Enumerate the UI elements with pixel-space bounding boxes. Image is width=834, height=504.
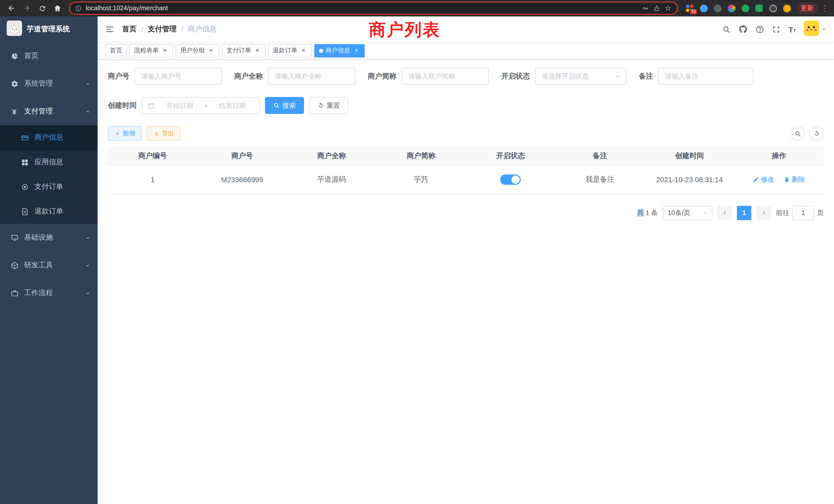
goto-page-input[interactable] (792, 206, 814, 220)
browser-window: localhost:1024/pay/merchant 10 (0, 0, 834, 504)
cell-short-name: 芋艿 (376, 165, 466, 194)
create-time-range-picker[interactable]: 开始日期 - 结束日期 (142, 97, 260, 114)
sidebar-item-refund-order[interactable]: 退款订单 (0, 199, 97, 224)
status-toggle[interactable] (500, 175, 521, 185)
site-info-icon[interactable] (75, 5, 82, 12)
merchant-no-input[interactable] (135, 68, 222, 85)
next-page-button[interactable] (756, 206, 771, 220)
edit-link[interactable]: 修改 (753, 175, 774, 184)
breadcrumb-home[interactable]: 首页 (122, 25, 137, 34)
extension-yellow-face-icon[interactable] (782, 4, 791, 13)
sidebar-item-system[interactable]: 系统管理 (0, 70, 97, 97)
filter-remark: 备注 (639, 68, 753, 85)
add-button[interactable]: 新增 (108, 126, 142, 141)
toggle-search-button[interactable] (790, 126, 805, 141)
refresh-button[interactable] (809, 126, 824, 141)
sidebar-item-infrastructure[interactable]: 基础设施 (0, 224, 97, 251)
fullscreen-icon[interactable] (772, 25, 781, 33)
search-button[interactable]: 搜索 (265, 97, 304, 114)
delete-link[interactable]: 删除 (784, 175, 805, 184)
sidebar-item-merchant-info[interactable]: 商户信息 (0, 125, 97, 150)
extension-green-square-icon[interactable] (754, 4, 764, 13)
col-full-name: 商户全称 (287, 147, 376, 165)
chevron-down-icon (85, 262, 90, 268)
filter-merchant-short-name: 商户简称 (368, 68, 489, 85)
browser-address-bar[interactable]: localhost:1024/pay/merchant (69, 2, 678, 15)
bookmark-star-icon[interactable] (664, 5, 672, 12)
export-button[interactable]: 导出 (147, 126, 181, 141)
extension-dark-circle-icon[interactable] (713, 4, 722, 13)
sidebar-item-workflow[interactable]: 工作流程 (0, 279, 97, 307)
col-merchant-no: 商户号 (197, 147, 287, 165)
sidebar-item-label: 商户信息 (35, 133, 63, 142)
table-toolbar: 新增 导出 (108, 126, 824, 141)
sidebar-item-payment[interactable]: ¥ 支付管理 (0, 97, 97, 125)
sidebar-item-home[interactable]: 首页 (0, 42, 97, 70)
start-date-placeholder: 开始日期 (158, 101, 202, 110)
sidebar-item-label: 支付管理 (24, 107, 53, 116)
briefcase-icon (10, 289, 19, 297)
sidebar-logo[interactable]: 芋道管理系统 (0, 17, 97, 42)
breadcrumb-payment[interactable]: 支付管理 (148, 25, 177, 34)
avatar (804, 21, 819, 38)
github-icon[interactable] (739, 25, 748, 34)
yen-icon: ¥ (10, 107, 19, 116)
browser-reload-icon[interactable] (36, 2, 48, 14)
close-icon[interactable]: × (161, 47, 169, 54)
total-suffix: 条 (651, 209, 658, 216)
password-key-icon[interactable] (642, 5, 649, 12)
extension-green-circle-icon[interactable] (741, 4, 750, 13)
close-icon[interactable]: × (254, 47, 261, 54)
search-icon[interactable] (722, 25, 731, 33)
sidebar-item-dev-tools[interactable]: 研发工具 (0, 251, 97, 279)
page-size-select[interactable]: 10条/页 (663, 206, 712, 220)
reset-button[interactable]: 重置 (309, 97, 348, 114)
sidebar-item-label: 基础设施 (24, 233, 53, 242)
tab-process-form[interactable]: 流程表单 × (129, 44, 173, 57)
page-number-button[interactable]: 1 (737, 206, 751, 220)
sidebar-item-label: 退款订单 (35, 207, 63, 216)
share-icon[interactable] (653, 5, 660, 12)
merchant-short-name-input[interactable] (401, 68, 489, 85)
prev-page-button[interactable] (718, 206, 732, 220)
credit-card-icon (21, 134, 29, 141)
col-actions: 操作 (734, 147, 824, 165)
goto-label: 前往 (776, 208, 789, 217)
merchant-full-name-input[interactable] (268, 68, 355, 85)
font-size-icon[interactable]: TT (789, 25, 796, 33)
browser-forward-icon[interactable] (21, 2, 33, 14)
extension-tab-manager-icon[interactable]: 10 (685, 4, 694, 13)
breadcrumb-separator: / (141, 25, 143, 33)
tab-refund-order[interactable]: 退款订单 × (268, 44, 312, 57)
close-icon[interactable]: × (300, 47, 307, 54)
help-icon[interactable] (756, 25, 764, 33)
cell-merchant-id: 1 (108, 165, 197, 194)
sidebar-collapse-icon[interactable] (97, 25, 122, 34)
caret-down-icon (821, 26, 827, 32)
remark-input[interactable] (658, 68, 753, 85)
sidebar-item-pay-order[interactable]: 支付订单 (0, 175, 97, 199)
close-icon[interactable]: × (353, 47, 360, 54)
tab-label: 流程表单 (134, 46, 159, 55)
browser-back-icon[interactable] (5, 2, 18, 14)
field-label: 商户号 (108, 72, 129, 81)
tab-pay-order[interactable]: 支付订单 × (222, 44, 265, 57)
button-label: 导出 (162, 129, 174, 138)
browser-home-icon[interactable] (51, 2, 64, 14)
sidebar-item-app-info[interactable]: 应用信息 (0, 150, 97, 175)
close-icon[interactable]: × (207, 47, 215, 54)
extension-blue-drop-icon[interactable] (699, 4, 708, 13)
end-date-placeholder: 结束日期 (210, 101, 254, 110)
browser-menu-icon[interactable]: ⋮ (821, 4, 829, 13)
extension-pinwheel-icon[interactable] (768, 4, 777, 13)
tab-home[interactable]: 首页 (105, 44, 127, 57)
browser-update-button[interactable]: 更新 (796, 2, 817, 14)
page-size-value: 10条/页 (667, 208, 690, 217)
goto-page: 前往 页 (776, 206, 824, 220)
range-separator: - (205, 101, 207, 109)
user-menu[interactable] (804, 21, 827, 38)
tab-user-group[interactable]: 用户分组 × (176, 44, 219, 57)
tab-merchant-info[interactable]: 商户信息 × (314, 44, 365, 57)
status-select[interactable]: 请选择开启状态 (535, 68, 627, 85)
extension-multicolor-icon[interactable] (727, 4, 736, 13)
